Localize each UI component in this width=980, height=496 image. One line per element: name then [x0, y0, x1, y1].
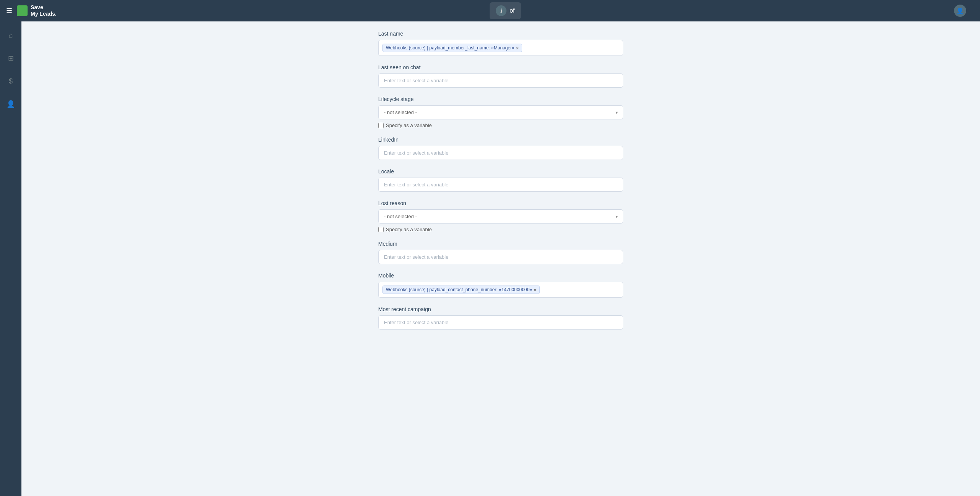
leads-usage-text: of [510, 7, 514, 14]
field-group-last-name: Last nameWebhooks (source) | payload_mem… [378, 31, 623, 56]
leads-usage-section: ℹ of [490, 2, 521, 19]
logo: SaveMy Leads. [17, 4, 57, 17]
field-input-most-recent-campaign[interactable] [378, 315, 623, 330]
navbar-left: ☰ SaveMy Leads. [6, 4, 57, 17]
tag-mobile: Webhooks (source) | payload_contact_phon… [382, 286, 540, 294]
field-input-medium[interactable] [378, 250, 623, 264]
field-label-locale: Locale [378, 168, 623, 175]
checkbox-lifecycle-stage[interactable] [378, 123, 384, 128]
field-group-most-recent-campaign: Most recent campaign [378, 306, 623, 330]
field-label-most-recent-campaign: Most recent campaign [378, 306, 623, 312]
sidebar: ⌂ ⊞ $ 👤 [0, 21, 21, 496]
checkbox-row-lifecycle-stage: Specify as a variable [378, 122, 623, 128]
checkbox-row-lost-reason: Specify as a variable [378, 227, 623, 232]
field-input-locale[interactable] [378, 178, 623, 192]
field-tag-input-mobile[interactable]: Webhooks (source) | payload_contact_phon… [378, 282, 623, 298]
field-label-linkedin: LinkedIn [378, 137, 623, 143]
tag-remove-mobile[interactable]: × [534, 287, 537, 292]
field-label-lifecycle-stage: Lifecycle stage [378, 96, 623, 102]
sidebar-item-billing[interactable]: $ [3, 73, 18, 89]
form-container: Last nameWebhooks (source) | payload_mem… [378, 31, 623, 330]
field-label-lost-reason: Lost reason [378, 200, 623, 206]
checkbox-label-lifecycle-stage[interactable]: Specify as a variable [386, 122, 432, 128]
checkbox-lost-reason[interactable] [378, 227, 384, 232]
field-group-mobile: MobileWebhooks (source) | payload_contac… [378, 272, 623, 298]
field-label-medium: Medium [378, 241, 623, 247]
navbar-right[interactable]: 👤 [954, 5, 974, 17]
field-group-linkedin: LinkedIn [378, 137, 623, 160]
hamburger-icon[interactable]: ☰ [6, 7, 12, 15]
leads-info-icon: ℹ [496, 5, 506, 16]
navbar: ☰ SaveMy Leads. ℹ of 👤 [0, 0, 980, 21]
main-layout: ⌂ ⊞ $ 👤 Last nameWebhooks (source) | pay… [0, 21, 980, 496]
tag-remove-last-name[interactable]: × [516, 46, 519, 51]
select-wrapper-lifecycle-stage: - not selected -▾ [378, 105, 623, 119]
select-wrapper-lost-reason: - not selected -▾ [378, 209, 623, 224]
tag-last-name: Webhooks (source) | payload_member_last_… [382, 44, 522, 52]
field-group-last-seen-on-chat: Last seen on chat [378, 64, 623, 88]
field-label-last-seen-on-chat: Last seen on chat [378, 64, 623, 70]
field-group-locale: Locale [378, 168, 623, 192]
field-label-last-name: Last name [378, 31, 623, 37]
tag-text-mobile: Webhooks (source) | payload_contact_phon… [386, 287, 532, 292]
field-tag-input-last-name[interactable]: Webhooks (source) | payload_member_last_… [378, 40, 623, 56]
field-label-mobile: Mobile [378, 272, 623, 279]
logo-check-icon [17, 5, 28, 16]
user-avatar-icon: 👤 [954, 5, 966, 17]
sidebar-item-account[interactable]: 👤 [3, 96, 18, 112]
content-area: Last nameWebhooks (source) | payload_mem… [21, 21, 980, 496]
field-group-lifecycle-stage: Lifecycle stage- not selected -▾Specify … [378, 96, 623, 128]
field-group-medium: Medium [378, 241, 623, 264]
tag-text-last-name: Webhooks (source) | payload_member_last_… [386, 45, 514, 51]
sidebar-item-connections[interactable]: ⊞ [3, 51, 18, 66]
field-input-linkedin[interactable] [378, 146, 623, 160]
checkbox-label-lost-reason[interactable]: Specify as a variable [386, 227, 432, 232]
select-field-lifecycle-stage[interactable]: - not selected - [378, 105, 623, 119]
app-title: SaveMy Leads. [31, 4, 57, 17]
field-group-lost-reason: Lost reason- not selected -▾Specify as a… [378, 200, 623, 232]
select-field-lost-reason[interactable]: - not selected - [378, 209, 623, 224]
field-input-last-seen-on-chat[interactable] [378, 73, 623, 88]
sidebar-item-home[interactable]: ⌂ [3, 28, 18, 43]
